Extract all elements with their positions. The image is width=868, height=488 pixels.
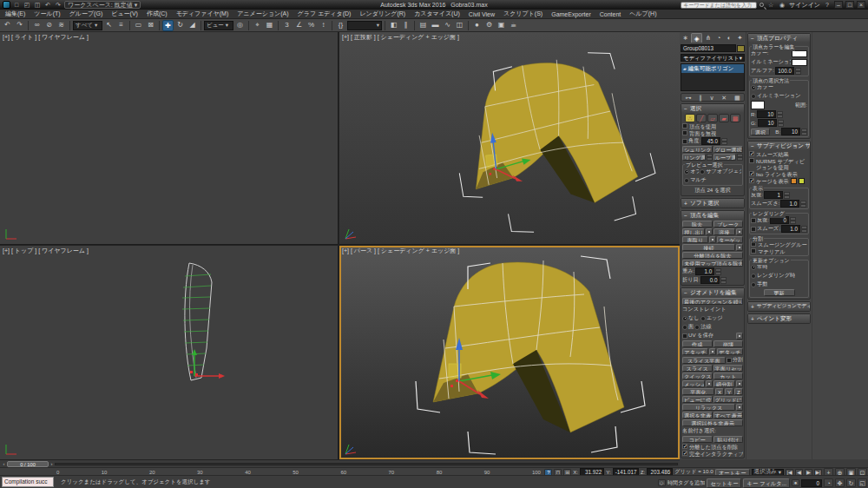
crease-spinner[interactable]: [720, 277, 727, 284]
edit-named-selection-sets-icon[interactable]: {}: [335, 20, 346, 31]
range-g-spinner[interactable]: [778, 120, 784, 127]
loop-button[interactable]: ループ選択: [713, 154, 737, 161]
viewport-label[interactable]: [+] [ 正投影 ] [ シェーディング + エッジ面 ]: [342, 33, 459, 42]
tab-motion-icon[interactable]: ◔: [714, 33, 724, 43]
bind-to-space-warp-icon[interactable]: ≋: [56, 20, 67, 31]
display-iterations-spinner[interactable]: [784, 192, 790, 199]
alpha-spinner[interactable]: [795, 68, 801, 75]
constraint-edge-radio[interactable]: [700, 316, 706, 321]
menu-tools[interactable]: ツール(T): [34, 10, 60, 18]
chamfer-button[interactable]: 面取り: [682, 236, 708, 243]
redo-icon[interactable]: ↷: [14, 20, 25, 31]
cut-button[interactable]: カット: [713, 373, 744, 379]
select-by-illumination-radio[interactable]: [751, 94, 756, 99]
time-slider-handle[interactable]: 0 / 100: [7, 461, 49, 467]
render-iterations-checkbox[interactable]: [751, 218, 756, 223]
remove-isolated-vertices-button[interactable]: 分離頂点を除去: [682, 252, 743, 259]
menu-animation[interactable]: アニメーション(A): [237, 10, 288, 18]
constraint-normal-radio[interactable]: [694, 325, 700, 330]
subobject-border-icon[interactable]: ▱: [707, 114, 718, 122]
tab-hierarchy-icon[interactable]: ⋔: [703, 33, 713, 43]
shrink-button[interactable]: シュリンク選択: [682, 146, 713, 153]
repeat-last-button[interactable]: 最後のアクションを繰り返す: [682, 298, 743, 305]
subobject-vertex-icon[interactable]: ∴: [685, 114, 695, 122]
planar-x-button[interactable]: X: [715, 388, 724, 395]
select-object-icon[interactable]: ↖: [103, 20, 115, 31]
slice-button[interactable]: スライス: [682, 365, 713, 372]
select-and-rotate-icon[interactable]: ↻: [174, 20, 186, 31]
menu-group[interactable]: グループ(G): [69, 10, 103, 18]
smooth-result-checkbox[interactable]: ✓スムーズ結果: [749, 151, 809, 157]
display-smoothness-spinner[interactable]: [800, 201, 806, 208]
weld-settings-button[interactable]: [736, 228, 743, 235]
star-icon[interactable]: ☆: [766, 1, 775, 9]
selection-region-icon[interactable]: ▭: [133, 20, 144, 31]
angle-snap-icon[interactable]: ∠: [293, 20, 305, 31]
render-smoothness-field[interactable]: 1.0: [781, 225, 800, 233]
select-by-name-icon[interactable]: ≡: [115, 20, 127, 31]
rollout-soft-selection-header[interactable]: + ソフト選択: [681, 199, 744, 208]
extrude-button[interactable]: 押し出し: [682, 228, 705, 235]
loop-spinner[interactable]: [737, 154, 743, 161]
rollout-selection-header[interactable]: − 選択: [681, 104, 744, 113]
isoline-display-checkbox[interactable]: ✓Iso ラインを表示: [749, 171, 809, 177]
menu-customize[interactable]: カスタマイズ(U): [414, 10, 460, 18]
subobject-polygon-icon[interactable]: ▰: [719, 114, 729, 122]
open-file-icon[interactable]: ◰: [23, 1, 31, 9]
update-always-radio[interactable]: [751, 265, 756, 270]
planar-z-button[interactable]: Z: [734, 388, 743, 395]
save-file-icon[interactable]: ◫: [33, 1, 42, 9]
percent-snap-icon[interactable]: %: [306, 20, 317, 31]
maximize-viewport-toggle-icon[interactable]: ◱: [858, 478, 867, 487]
set-key-button[interactable]: セットキー: [707, 478, 741, 488]
connect-settings-button[interactable]: [736, 244, 743, 251]
create-button[interactable]: 作成: [682, 340, 713, 347]
object-name-field[interactable]: Group08013: [681, 44, 736, 52]
track-bar[interactable]: 0 10 20 30 40 50 60 70 80 90 100 ? ⊓ ⊞ X…: [0, 467, 868, 475]
search-input[interactable]: [681, 2, 757, 9]
update-manually-radio[interactable]: [751, 282, 756, 287]
ribbon-toggle-icon[interactable]: ▬: [430, 20, 441, 31]
menu-rendering[interactable]: レンダリング(R): [359, 10, 405, 18]
redo-icon[interactable]: ↷: [54, 1, 62, 9]
paste-button[interactable]: 貼り付け: [713, 436, 744, 443]
update-when-rendering-radio[interactable]: [751, 274, 756, 279]
selection-filter-dropdown[interactable]: すべて ▾: [73, 21, 102, 30]
select-and-manipulate-icon[interactable]: ⌖: [252, 20, 263, 31]
modifier-list-dropdown[interactable]: モディファイヤリスト ▾: [681, 54, 745, 62]
transform-gizmo[interactable]: [190, 349, 225, 379]
window-crossing-icon[interactable]: ⊠: [145, 20, 156, 31]
sign-in-link[interactable]: サインイン: [789, 1, 820, 10]
viewport-label[interactable]: [+] [ トップ ] [ ワイヤフレーム ]: [3, 247, 89, 255]
range-b-spinner[interactable]: [801, 129, 807, 135]
previous-frame-arrow[interactable]: ‹: [2, 461, 6, 466]
cage-selected-color-swatch[interactable]: [799, 178, 805, 184]
preview-subobject-radio[interactable]: [700, 169, 705, 175]
weight-spinner[interactable]: [715, 268, 721, 275]
preserve-uv-settings-button[interactable]: [736, 333, 743, 340]
viewport-right-wireframe[interactable]: [+] [ ライト ] [ ワイヤフレーム ]: [0, 32, 339, 245]
rollout-vertex-properties-header[interactable]: − 頂点プロパティ: [748, 34, 810, 43]
slice-plane-button[interactable]: スライス平面: [682, 357, 726, 364]
render-smoothness-checkbox[interactable]: [751, 227, 756, 232]
constraint-face-radio[interactable]: [682, 325, 687, 330]
orbit-icon[interactable]: ↻: [846, 478, 856, 487]
relax-settings-button[interactable]: [736, 404, 743, 411]
menu-help[interactable]: ヘルプ(H): [629, 10, 656, 18]
stack-item-editable-poly[interactable]: ▰ 編集可能ポリゴン: [681, 64, 744, 73]
constraint-none-radio[interactable]: [682, 316, 687, 321]
tessellate-button[interactable]: 細分割: [713, 380, 736, 387]
3dsmax-logo[interactable]: [3, 1, 10, 9]
ignore-backfacing-checkbox[interactable]: 背面を無視: [682, 130, 743, 136]
preview-off-radio[interactable]: [684, 169, 689, 175]
reference-coordinate-dropdown[interactable]: ビュー ▾: [204, 21, 233, 30]
unhide-all-button[interactable]: すべて表示: [713, 412, 744, 419]
extrude-settings-button[interactable]: [706, 228, 713, 235]
rendered-frame-window-icon[interactable]: ▣: [496, 20, 507, 31]
weight-field[interactable]: 1.0: [695, 267, 714, 275]
configure-modifier-sets-icon[interactable]: ▦: [734, 94, 740, 102]
snaps-toggle-icon[interactable]: 3: [281, 20, 293, 31]
range-b-field[interactable]: 10: [781, 128, 800, 135]
render-setup-icon[interactable]: ⚙: [483, 20, 495, 31]
remove-button[interactable]: 除去: [682, 221, 713, 228]
